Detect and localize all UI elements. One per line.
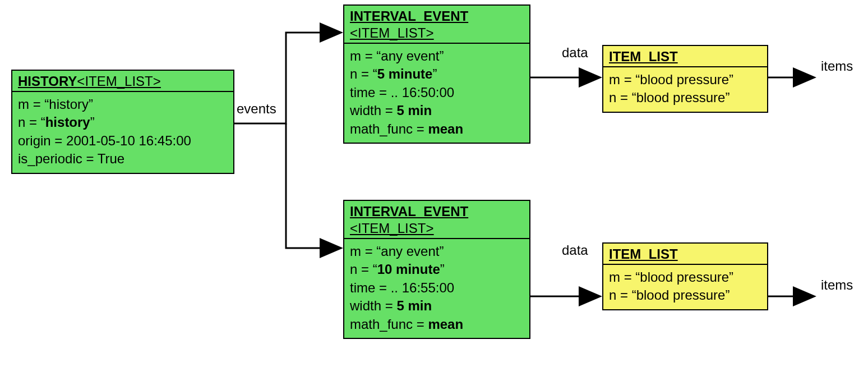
interval2-m: m = “any event” bbox=[350, 242, 524, 260]
interval1-time: time = .. 16:50:00 bbox=[350, 84, 524, 102]
interval2-title: INTERVAL_EVENT <ITEM_LIST> bbox=[344, 201, 529, 239]
interval1-title: INTERVAL_EVENT <ITEM_LIST> bbox=[344, 6, 529, 44]
events-label: events bbox=[237, 101, 276, 117]
interval2-body: m = “any event” n = “10 minute” time = .… bbox=[344, 239, 529, 338]
history-title-generic: <ITEM_LIST> bbox=[77, 74, 160, 89]
itemlist2-n: n = “blood pressure” bbox=[609, 286, 761, 304]
itemlist2-body: m = “blood pressure” n = “blood pressure… bbox=[603, 265, 767, 309]
interval2-title2: <ITEM_LIST> bbox=[350, 221, 433, 236]
items-label-2: items bbox=[821, 277, 853, 293]
itemlist2-title: ITEM_LIST bbox=[603, 244, 767, 265]
interval1-m: m = “any event” bbox=[350, 47, 524, 65]
items-label-1: items bbox=[821, 58, 853, 74]
interval1-width: width = 5 min bbox=[350, 102, 524, 120]
history-periodic: is_periodic = True bbox=[18, 150, 228, 168]
interval2-mathfunc: math_func = mean bbox=[350, 315, 524, 333]
item-list-2-box: ITEM_LIST m = “blood pressure” n = “bloo… bbox=[602, 242, 768, 310]
itemlist1-title: ITEM_LIST bbox=[603, 46, 767, 67]
itemlist1-m: m = “blood pressure” bbox=[609, 71, 761, 89]
history-title-main: HISTORY bbox=[18, 74, 77, 89]
interval2-title1: INTERVAL_EVENT bbox=[350, 204, 468, 219]
interval2-width: width = 5 min bbox=[350, 297, 524, 315]
data-label-2: data bbox=[562, 242, 588, 258]
history-body: m = “history” n = “history” origin = 200… bbox=[12, 92, 233, 173]
interval1-body: m = “any event” n = “5 minute” time = ..… bbox=[344, 44, 529, 143]
interval1-title1: INTERVAL_EVENT bbox=[350, 8, 468, 24]
history-m: m = “history” bbox=[18, 95, 228, 113]
history-box: HISTORY<ITEM_LIST> m = “history” n = “hi… bbox=[11, 70, 234, 174]
interval-event-2-box: INTERVAL_EVENT <ITEM_LIST> m = “any even… bbox=[343, 200, 530, 339]
interval1-title2: <ITEM_LIST> bbox=[350, 25, 433, 40]
history-n: n = “history” bbox=[18, 113, 228, 131]
interval2-n: n = “10 minute” bbox=[350, 260, 524, 278]
interval1-mathfunc: math_func = mean bbox=[350, 120, 524, 138]
interval1-n: n = “5 minute” bbox=[350, 65, 524, 83]
itemlist2-m: m = “blood pressure” bbox=[609, 268, 761, 286]
item-list-1-box: ITEM_LIST m = “blood pressure” n = “bloo… bbox=[602, 45, 768, 113]
history-origin: origin = 2001-05-10 16:45:00 bbox=[18, 132, 228, 150]
interval-event-1-box: INTERVAL_EVENT <ITEM_LIST> m = “any even… bbox=[343, 4, 530, 144]
data-label-1: data bbox=[562, 45, 588, 61]
history-title: HISTORY<ITEM_LIST> bbox=[12, 71, 233, 92]
interval2-time: time = .. 16:55:00 bbox=[350, 279, 524, 297]
itemlist1-n: n = “blood pressure” bbox=[609, 89, 761, 107]
itemlist1-body: m = “blood pressure” n = “blood pressure… bbox=[603, 67, 767, 112]
